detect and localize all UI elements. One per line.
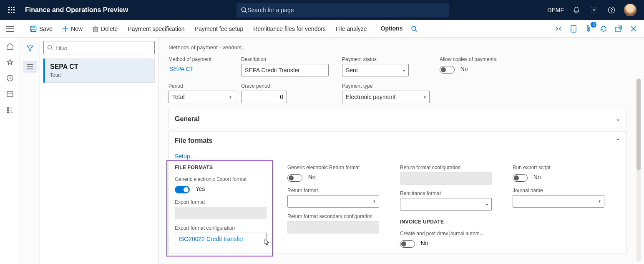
action-bar-right: 0 [554,24,644,33]
page-title: Methods of payment - vendors [169,44,631,51]
modules-icon[interactable] [6,106,14,114]
svg-text:?: ? [610,8,613,13]
find-button[interactable] [408,20,421,37]
generic-return-toggle[interactable] [287,174,302,182]
chevron-down-icon: ▾ [373,199,375,203]
run-export-label: Run export script [513,165,613,170]
generic-return-label: Generic electronic Return format [287,165,387,170]
vertical-scrollbar[interactable] [636,79,641,261]
options-menu[interactable]: Options [376,20,408,37]
delete-button[interactable]: Delete [88,20,123,37]
global-search-input[interactable] [247,7,445,13]
nav-toggle-icon[interactable] [0,20,20,38]
file-formats-panel-header[interactable]: File formats ⌃ [169,132,626,150]
scrollbar-thumb[interactable] [636,79,641,170]
create-post-value: No [421,240,428,246]
grace-period-input[interactable] [241,91,287,103]
close-icon[interactable] [629,24,638,33]
list-view-icon[interactable] [23,61,37,73]
list-item[interactable]: SEPA CT Total [43,58,155,83]
cursor-icon [263,239,271,247]
svg-rect-2 [13,7,15,8]
run-export-toggle[interactable] [513,174,528,182]
filter-text[interactable] [55,45,151,51]
general-panel: General ⌄ [169,110,626,128]
attachments-icon[interactable]: 0 [584,24,593,33]
search-icon [411,25,418,32]
journal-select[interactable]: ▾ [513,195,604,208]
svg-rect-18 [32,26,34,28]
global-search[interactable] [236,3,449,17]
return-format-label: Return format [287,188,387,193]
period-select[interactable]: Total▾ [169,91,235,103]
generic-export-toggle[interactable] [175,186,190,193]
list-item-subtitle: Total [50,72,149,78]
link-icon[interactable] [554,24,563,33]
return-format-select[interactable]: ▾ [287,195,379,208]
notifications-icon[interactable] [571,5,581,15]
svg-rect-5 [13,9,15,10]
svg-line-48 [51,49,53,50]
svg-line-10 [245,11,247,13]
chevron-down-icon: ▾ [229,95,231,99]
remittance-files-menu[interactable]: Remittance files for vendors [248,20,331,37]
save-button[interactable]: Save [25,20,58,37]
journal-label: Journal name [513,188,613,193]
app-launcher-icon[interactable] [3,2,20,18]
refresh-icon[interactable] [599,24,608,33]
list-item-title: SEPA CT [50,63,149,71]
recent-icon[interactable] [6,74,14,82]
company-label[interactable]: DEMF [547,7,564,13]
payment-specification-menu[interactable]: Payment specification [123,20,189,37]
return-config-input[interactable] [400,172,492,185]
period-label: Period [169,83,235,89]
allow-copies-toggle[interactable] [440,66,455,74]
description-input[interactable]: SEPA Credit Transfer [241,64,329,76]
action-bar: Save New Delete Payment specification Pa… [0,20,644,38]
svg-rect-8 [13,12,15,13]
device-icon[interactable] [569,24,578,33]
svg-point-28 [412,26,416,30]
svg-rect-7 [11,12,12,13]
svg-rect-4 [11,9,12,10]
svg-rect-40 [7,112,9,113]
payment-fee-setup-menu[interactable]: Payment fee setup [190,20,249,37]
chevron-up-icon: ⌃ [616,138,620,144]
general-panel-header[interactable]: General ⌄ [169,110,626,128]
svg-rect-3 [8,9,10,10]
payment-status-select[interactable]: Sent▾ [342,64,409,76]
plus-icon [63,26,68,32]
payment-type-select[interactable]: Electronic payment▾ [342,91,430,103]
user-avatar[interactable] [624,4,636,16]
workspaces-icon[interactable] [6,90,14,98]
svg-rect-39 [7,109,9,111]
favorites-icon[interactable] [6,58,14,66]
left-rail [0,38,20,264]
chevron-down-icon: ▾ [486,202,488,207]
action-separator [374,24,374,33]
chevron-down-icon: ▾ [403,68,405,73]
method-of-payment-label: Method of payment [169,56,235,62]
allow-copies-value: No [460,66,468,72]
save-icon [30,25,37,32]
header-right: DEMF ? [547,4,641,16]
new-button[interactable]: New [58,20,88,37]
svg-rect-38 [7,107,9,109]
payment-status-label: Payment status [342,56,409,62]
popout-icon[interactable] [614,24,623,33]
home-icon[interactable] [6,43,14,50]
return-secondary-input[interactable] [287,221,379,234]
file-analyze-menu[interactable]: File analyze [331,20,372,37]
filter-input[interactable] [43,41,155,54]
help-icon[interactable]: ? [606,5,616,15]
create-post-toggle[interactable] [400,240,415,248]
chevron-down-icon: ⌄ [616,116,620,122]
new-label: New [71,25,83,32]
remittance-select[interactable]: ▾ [400,198,492,211]
method-of-payment-value[interactable]: SEPA CT [169,64,235,74]
funnel-icon[interactable] [23,43,37,54]
export-config-input[interactable]: ISO20022 Credit transfer [175,233,267,245]
settings-icon[interactable] [589,5,599,15]
description-label: Description [241,56,329,62]
svg-rect-0 [8,7,10,8]
